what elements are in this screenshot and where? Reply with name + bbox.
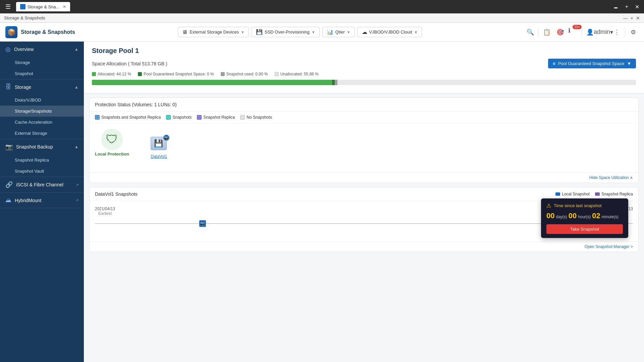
filter-no-snapshots[interactable]: No Snapshots [240,115,272,120]
filter-label-snapshots-and-replica: Snapshots and Snapshot Replica [101,115,161,120]
external-storage-dropdown[interactable]: 🖥 External Storage Devices ▼ [178,27,249,37]
settings-button[interactable]: ⚙ [628,27,639,38]
filter-snapshots-and-replica[interactable]: Snapshots and Snapshot Replica [95,115,161,120]
ssd-icon: 💾 [256,29,263,35]
external-storage-icon: 🖥 [182,29,187,35]
sidebar-item-snapshotvault[interactable]: Snapshot Vault [0,166,84,177]
tooltip-day-label: day(s) [556,215,567,219]
legend-pool-guaranteed-label: Pool Guaranteed Snapshot Space: 0 % [144,72,214,76]
monitor-button[interactable]: 📋 [541,27,552,38]
shield-icon: 🛡 [101,129,123,150]
filter-snapshot-replica[interactable]: Snapshot Replica [197,115,235,120]
ssd-arrow-icon: ▼ [312,30,315,34]
tooltip-header: ⚠ Time since last snapshot [546,202,623,209]
hybridmount-icon: ⛰ [5,197,11,204]
iscsi-chevron-icon: ↗ [76,183,78,187]
storage-chevron-icon: ▲ [74,85,78,89]
window-close-button[interactable]: ✕ [633,3,641,11]
sidebar: ◎ Overview ▲ Storage Snapshot 🗄 Storage … [0,42,84,362]
toolbar-divider-1 [538,28,539,36]
protection-content: 🛡 Local Protection 💾 📷 DataVol1 [90,123,638,172]
search-button[interactable]: 🔍 [525,27,536,38]
sidebar-item-storage[interactable]: Storage [0,57,84,68]
sidebar-section-iscsi: 🔗 iSCSI & Fibre Channel ↗ [0,177,84,193]
window-minimize-button[interactable]: 🗕 [611,3,621,10]
sidebar-section-snapshotbackup: 📷 Snapshot Backup ▲ Snapshot Replica Sna… [0,139,84,177]
snap-legend-replica-label: Snapshot Replica [601,192,633,196]
filter-label-snapshots: Snapshots [172,115,192,120]
pool-title: Storage Pool 1 [92,47,636,55]
progress-pool-guaranteed [332,80,335,85]
sidebar-section-header-storage[interactable]: 🗄 Storage ▲ [0,79,84,95]
app-container: 📦 Storage & Snapshots 🖥 External Storage… [0,23,644,362]
tooltip-hours: 00 [569,212,577,220]
overview-icon: ◎ [5,46,11,53]
progress-snapshot-used [335,80,337,85]
sidebar-item-snapshotreplica[interactable]: Snapshot Replica [0,155,84,166]
filter-check-snapshots-and-replica [95,115,100,120]
chrome-maximize-button[interactable]: + [631,15,633,21]
tooltip-minute-label: minute(s) [602,215,619,219]
chrome-close-button[interactable]: ✕ [636,15,640,21]
filter-check-snapshot-replica [197,115,202,120]
legend-unallocated: Unallocated: 55.88 % [275,72,319,76]
snapshot-tooltip: ⚠ Time since last snapshot 00 day(s) 00 … [541,198,628,238]
ssd-overprovisioning-dropdown[interactable]: 💾 SSD Over-Provisioning ▼ [252,27,320,37]
hide-space-utilization-link[interactable]: Hide Space Utilization ∧ [90,172,638,183]
timeline-earliest-date: 2021/04/13 [95,206,115,211]
qtier-dropdown[interactable]: 📊 Qtier ▼ [322,27,355,37]
pool-snapshot-arrow-icon: ▼ [627,61,631,66]
sidebar-item-snapshot[interactable]: Snapshot [0,68,84,79]
volume-item-datavol1[interactable]: 💾 📷 DataVol1 [148,134,170,162]
take-snapshot-button[interactable]: Take Snapshot [546,224,623,234]
sidebar-section-header-snapshotbackup[interactable]: 📷 Snapshot Backup ▲ [0,139,84,155]
sidebar-item-storagesnapshots[interactable]: Storage/Snapshots [0,106,84,117]
tooltip-minutes: 02 [592,212,600,220]
toolbar-divider-3 [625,28,625,36]
pool-snapshot-space-button[interactable]: Pool Guaranteed Snapshot Space ▼ [548,59,636,68]
filter-check-no-snapshots [240,115,245,120]
hybridmount-chevron-icon: ↗ [76,198,78,202]
chrome-minimize-button[interactable]: — [623,15,628,21]
volume-name-datavol1[interactable]: DataVol1 [151,154,167,159]
sidebar-item-disks[interactable]: Disks/VJBOD [0,95,84,106]
filter-snapshots[interactable]: Snapshots [166,115,192,120]
tooltip-days: 00 [546,212,554,220]
menu-button[interactable]: ☰ [3,2,13,12]
window-new-tab-button[interactable]: + [623,3,630,10]
more-options-button[interactable]: ⋮ [611,27,622,38]
vjbod-arrow-icon: ▼ [414,30,418,34]
sidebar-section-header-overview[interactable]: ◎ Overview ▲ [0,42,84,57]
timeline-marker-left[interactable]: 📷 [199,220,206,227]
sidebar-item-external[interactable]: External Storage [0,128,84,139]
open-snapshot-manager-link[interactable]: Open Snapshot Manager > [90,241,638,252]
vjbod-dropdown[interactable]: ☁ VJBOD/VJBOD Cloud ▼ [358,27,422,37]
content-panel: Storage Pool 1 Space Allocation ( Total … [84,42,644,362]
protection-section: Protection Status (Volumes: 1 LUNs: 0) S… [89,98,639,183]
sidebar-item-cache[interactable]: Cache Acceleration [0,117,84,128]
vjbod-label: VJBOD/VJBOD Cloud [369,29,412,35]
overview-chevron-icon: ▲ [74,47,78,52]
sidebar-section-header-iscsi[interactable]: 🔗 iSCSI & Fibre Channel ↗ [0,177,84,192]
app-toolbar: 📦 Storage & Snapshots 🖥 External Storage… [0,23,644,42]
sidebar-section-header-hybridmount[interactable]: ⛰ HybridMount ↗ [0,193,84,208]
volumes-grid: 💾 📷 DataVol1 [143,129,175,167]
pool-snapshot-dot [553,62,555,65]
admin-dropdown[interactable]: admin ▾ [598,27,609,38]
notification-badge: 10+ [573,25,582,29]
sidebar-section-iscsi-label: iSCSI & Fibre Channel [16,182,63,187]
main-area: ◎ Overview ▲ Storage Snapshot 🗄 Storage … [0,42,644,362]
tab-close-button[interactable]: ✕ [63,4,66,9]
sidebar-section-hybridmount-label: HybridMount [15,198,41,203]
snap-legend-local: Local Snapshot [555,192,590,196]
info-button[interactable]: ℹ 10+ [568,27,579,38]
qtier-arrow-icon: ▼ [347,30,351,34]
volume-icon-wrap: 💾 📷 [151,137,167,152]
local-protection-label: Local Protection [95,152,129,157]
qtier-icon: 📊 [327,29,333,35]
target-button[interactable]: 🎯 [555,27,566,38]
progress-allocated [92,80,332,85]
external-storage-arrow-icon: ▼ [241,30,245,34]
browser-tab[interactable]: Storage & Sna... ✕ [16,2,70,11]
snapshots-title: DataVol1 Snapshots [95,191,138,197]
